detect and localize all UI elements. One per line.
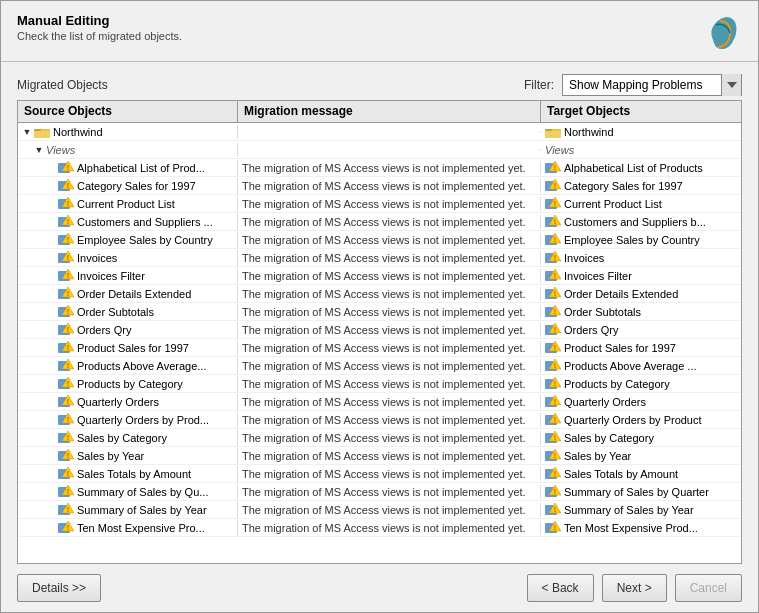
list-item[interactable]: ! Ten Most Expensive Pro... The migratio… [18,519,741,537]
svg-text:!: ! [67,524,69,531]
warning-view-icon: ! [58,395,74,409]
next-button[interactable]: Next > [602,574,667,602]
list-item[interactable]: ! Invoices The migration of MS Access vi… [18,249,741,267]
toggle-views[interactable]: ▼ [34,145,44,155]
svg-text:!: ! [554,200,556,207]
tree-row-views[interactable]: ▼ Views Views [18,141,741,159]
svg-text:!: ! [554,326,556,333]
warning-view-icon: ! [58,251,74,265]
warning-view-icon: ! [58,305,74,319]
warning-view-icon-t12: ! [545,377,561,391]
col-header-message: Migration message [238,101,541,122]
svg-text:!: ! [67,182,69,189]
list-item[interactable]: ! Products Above Average... The migratio… [18,357,741,375]
warning-view-icon: ! [58,197,74,211]
warning-view-icon: ! [58,521,74,535]
svg-text:!: ! [554,362,556,369]
header-text: Manual Editing Check the list of migrate… [17,13,182,42]
list-item[interactable]: ! Product Sales for 1997 The migration o… [18,339,741,357]
list-item[interactable]: ! Quarterly Orders The migration of MS A… [18,393,741,411]
svg-text:!: ! [67,236,69,243]
svg-text:!: ! [554,290,556,297]
list-item[interactable]: ! Order Details Extended The migration o… [18,285,741,303]
warning-view-icon: ! [58,431,74,445]
svg-text:!: ! [554,506,556,513]
northwind-source-label: Northwind [53,126,103,138]
warning-view-icon: ! [58,215,74,229]
warning-view-icon: ! [58,323,74,337]
filter-dropdown[interactable]: Show Mapping Problems [562,74,742,96]
row-source-2: Current Product List [77,198,175,210]
warning-view-icon: ! [58,485,74,499]
mysql-logo [694,13,742,53]
svg-rect-2 [34,131,50,138]
row-source-0: Alphabetical List of Prod... [77,162,205,174]
list-item[interactable]: ! Invoices Filter The migration of MS Ac… [18,267,741,285]
svg-text:!: ! [554,254,556,261]
list-item[interactable]: ! Quarterly Orders by Prod... The migrat… [18,411,741,429]
svg-rect-1 [34,129,41,131]
svg-text:!: ! [67,362,69,369]
svg-text:!: ! [67,326,69,333]
svg-text:!: ! [554,218,556,225]
dialog-header: Manual Editing Check the list of migrate… [1,1,758,61]
tree-row-northwind[interactable]: ▼ Northwind Northwind [18,123,741,141]
warning-view-icon-t0: ! [545,161,561,175]
svg-text:!: ! [67,272,69,279]
warning-view-icon: ! [58,161,74,175]
back-button[interactable]: < Back [527,574,594,602]
svg-text:!: ! [67,254,69,261]
list-item[interactable]: ! Employee Sales by Country The migratio… [18,231,741,249]
svg-text:!: ! [67,290,69,297]
filter-label: Filter: [524,78,554,92]
svg-text:!: ! [67,452,69,459]
list-item[interactable]: ! Summary of Sales by Qu... The migratio… [18,483,741,501]
warning-view-icon-t5: ! [545,251,561,265]
filter-bar: Migrated Objects Filter: Show Mapping Pr… [1,70,758,100]
folder-icon-northwind-target [545,126,561,138]
list-item[interactable]: ! Sales by Category The migration of MS … [18,429,741,447]
row-target-1: Category Sales for 1997 [564,180,683,192]
list-item[interactable]: ! Current Product List The migration of … [18,195,741,213]
list-item[interactable]: ! Alphabetical List of Prod... The migra… [18,159,741,177]
header-divider [1,61,758,62]
warning-view-icon: ! [58,413,74,427]
svg-text:!: ! [554,434,556,441]
filter-selected-value: Show Mapping Problems [563,74,721,96]
list-item[interactable]: ! Sales by Year The migration of MS Acce… [18,447,741,465]
svg-text:!: ! [554,380,556,387]
cancel-button[interactable]: Cancel [675,574,742,602]
svg-text:!: ! [67,344,69,351]
svg-text:!: ! [67,218,69,225]
warning-view-icon-t3: ! [545,215,561,229]
svg-text:!: ! [554,398,556,405]
svg-text:!: ! [67,506,69,513]
warning-view-icon-t18: ! [545,485,561,499]
main-table: Source Objects Migration message Target … [17,100,742,564]
svg-text:!: ! [554,416,556,423]
list-item[interactable]: ! Summary of Sales by Year The migration… [18,501,741,519]
list-item[interactable]: ! Customers and Suppliers ... The migrat… [18,213,741,231]
table-body[interactable]: ▼ Northwind Northwind ▼ [18,123,741,563]
svg-rect-5 [545,131,561,138]
list-item[interactable]: ! Sales Totals by Amount The migration o… [18,465,741,483]
svg-text:!: ! [554,272,556,279]
warning-view-icon-t13: ! [545,395,561,409]
svg-text:!: ! [554,488,556,495]
svg-text:!: ! [554,164,556,171]
svg-text:!: ! [554,182,556,189]
filter-dropdown-button[interactable] [721,74,741,96]
warning-view-icon-t19: ! [545,503,561,517]
list-item[interactable]: ! Category Sales for 1997 The migration … [18,177,741,195]
row-target-0: Alphabetical List of Products [564,162,703,174]
toggle-northwind[interactable]: ▼ [22,127,32,137]
warning-view-icon: ! [58,233,74,247]
details-button[interactable]: Details >> [17,574,101,602]
warning-view-icon: ! [58,341,74,355]
svg-text:!: ! [67,434,69,441]
list-item[interactable]: ! Order Subtotals The migration of MS Ac… [18,303,741,321]
warning-view-icon-t2: ! [545,197,561,211]
list-item[interactable]: ! Orders Qry The migration of MS Access … [18,321,741,339]
svg-text:!: ! [554,524,556,531]
list-item[interactable]: ! Products by Category The migration of … [18,375,741,393]
